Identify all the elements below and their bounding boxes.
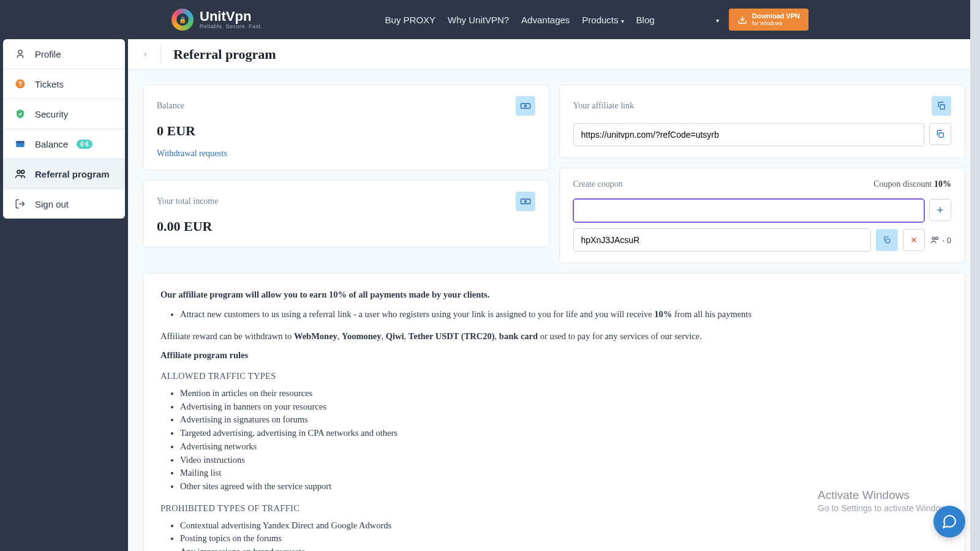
sidebar-item-referral[interactable]: Referral program — [3, 159, 125, 189]
svg-point-10 — [524, 105, 526, 107]
chat-support-button[interactable] — [933, 506, 965, 538]
brand-tagline: Reliable. Secure. Fast. — [200, 23, 263, 29]
sidebar-item-signout[interactable]: Sign out — [3, 189, 125, 219]
sidebar-label: Tickets — [35, 79, 64, 89]
sidebar-item-security[interactable]: Security — [3, 99, 125, 129]
existing-coupon-input[interactable] — [573, 228, 871, 252]
users-icon — [14, 168, 26, 180]
info-withdraw: Affiliate reward can be withdrawn to Web… — [160, 330, 948, 343]
sidebar-item-profile[interactable]: Profile — [3, 39, 125, 69]
nav-advantages[interactable]: Advantages — [521, 15, 570, 25]
svg-rect-5 — [16, 141, 24, 143]
copy-link-button[interactable] — [929, 123, 951, 145]
nav-blog[interactable]: Blog — [636, 15, 655, 25]
delete-coupon-button[interactable] — [903, 229, 925, 251]
download-vpn-button[interactable]: Download VPN for Windows — [729, 9, 809, 31]
rules-title: Affiliate program rules — [160, 349, 948, 362]
cash-icon — [520, 196, 531, 207]
allowed-title: ALLOWED TRAFFIC TYPES — [160, 370, 948, 383]
download-icon — [737, 15, 747, 24]
svg-rect-17 — [886, 239, 889, 242]
coupon-discount: Coupon discount 10% — [873, 179, 951, 189]
language-selector[interactable] — [712, 14, 719, 25]
nav-why[interactable]: Why UnitVPN? — [448, 15, 509, 25]
sidebar-item-tickets[interactable]: ? Tickets — [3, 69, 125, 99]
svg-point-7 — [21, 170, 24, 173]
info-bullet: Attract new customers to us using a refe… — [180, 308, 948, 321]
brand-name: UnitVpn — [200, 10, 263, 23]
plus-icon — [935, 205, 945, 215]
svg-text:?: ? — [18, 80, 22, 88]
svg-point-20 — [932, 237, 935, 239]
back-button[interactable] — [143, 45, 161, 64]
copy-icon — [937, 101, 946, 111]
top-header: 🔒 UnitVpn Reliable. Secure. Fast. Buy PR… — [0, 0, 980, 39]
signout-icon — [14, 198, 26, 210]
chevron-left-icon — [143, 48, 148, 61]
svg-rect-11 — [521, 199, 530, 204]
coupon-label: Create coupon — [573, 179, 623, 189]
svg-rect-14 — [939, 133, 943, 137]
user-icon — [14, 48, 26, 60]
coupon-card: Create coupon Coupon discount 10% - 0 — [559, 168, 966, 263]
svg-rect-9 — [521, 103, 530, 108]
users-icon — [930, 235, 940, 245]
sidebar-label: Profile — [35, 49, 61, 59]
main-content: Referral program Balance 0 EUR Withdrawa… — [128, 39, 980, 551]
brand-logo[interactable]: 🔒 UnitVpn Reliable. Secure. Fast. — [172, 9, 263, 31]
info-intro: Our affiliate program will allow you to … — [160, 290, 489, 299]
withdrawal-requests-link[interactable]: Withdrawal requests — [157, 149, 535, 159]
allowed-list: Mention in articles on their resources A… — [180, 387, 948, 493]
question-icon: ? — [14, 78, 26, 90]
income-action-button[interactable] — [516, 192, 535, 211]
affiliate-info-card: Our affiliate program will allow you to … — [143, 273, 965, 551]
copy-icon — [935, 129, 945, 139]
svg-point-1 — [18, 50, 22, 54]
sidebar-label: Balance — [35, 139, 68, 149]
affiliate-label: Your affiliate link — [573, 101, 634, 111]
balance-badge: 0 € — [77, 140, 92, 149]
svg-point-21 — [935, 237, 938, 239]
sidebar-label: Sign out — [35, 199, 69, 209]
sidebar-label: Security — [35, 109, 68, 119]
income-label: Your total income — [157, 197, 218, 206]
svg-point-6 — [17, 170, 20, 173]
income-card: Your total income 0.00 EUR — [143, 180, 549, 247]
page-header: Referral program — [128, 39, 980, 70]
coupon-usage-count: - 0 — [930, 235, 951, 245]
cash-icon — [520, 100, 531, 111]
account-sidebar: Profile ? Tickets Security Balance 0 € R… — [3, 39, 125, 219]
nav-products[interactable]: Products — [582, 15, 624, 25]
prohibited-title: PROHIBITED TYPES OF TRAFFIC — [160, 502, 948, 515]
new-coupon-input[interactable] — [573, 199, 925, 222]
copy-icon — [883, 236, 891, 244]
income-value: 0.00 EUR — [157, 219, 535, 234]
balance-value: 0 EUR — [157, 123, 535, 139]
balance-card: Balance 0 EUR Withdrawal requests — [143, 84, 549, 170]
nav-buy-proxy[interactable]: Buy PROXY — [385, 15, 436, 25]
copy-affiliate-button[interactable] — [932, 96, 951, 116]
prohibited-list: Contextual advertising Yandex Direct and… — [180, 519, 948, 552]
affiliate-link-input[interactable] — [573, 123, 925, 146]
add-coupon-button[interactable] — [929, 199, 951, 221]
balance-action-button[interactable] — [516, 96, 535, 116]
page-title: Referral program — [173, 47, 276, 62]
svg-rect-13 — [940, 105, 944, 109]
affiliate-link-card: Your affiliate link — [559, 84, 966, 158]
balance-label: Balance — [157, 101, 184, 111]
chat-icon — [941, 514, 957, 530]
sidebar-item-balance[interactable]: Balance 0 € — [3, 129, 125, 159]
main-nav: Buy PROXY Why UnitVPN? Advantages Produc… — [385, 15, 655, 25]
svg-point-12 — [524, 201, 526, 203]
wallet-icon — [14, 138, 26, 150]
close-icon — [910, 236, 918, 244]
copy-coupon-button[interactable] — [876, 229, 898, 251]
shield-icon — [14, 108, 26, 120]
sidebar-label: Referral program — [35, 169, 110, 179]
logo-icon: 🔒 — [172, 9, 194, 31]
